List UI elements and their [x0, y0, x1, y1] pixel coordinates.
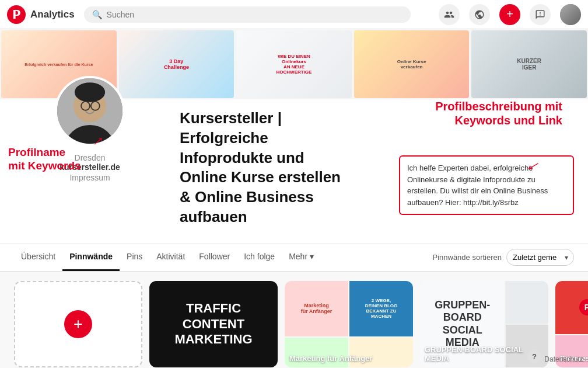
profile-center: Kursersteller | Erfolgreiche Infoprodukt… — [166, 99, 399, 244]
tab-follower[interactable]: Follower — [192, 244, 237, 271]
avatar[interactable] — [560, 4, 581, 25]
messages-icon-btn[interactable] — [530, 4, 551, 25]
search-icon: 🔍 — [92, 10, 102, 19]
profilname-label: Profilnamemit Keywords — [8, 146, 81, 173]
board-marketing-cell-2: 2 WEGE,DEINEN BLOGBEKANNT ZUMACHEN — [349, 281, 413, 336]
board-marketing-name: Marketing für Anfänger — [289, 354, 373, 363]
people-icon-btn[interactable] — [439, 4, 460, 25]
profile-left: Profilnamemit Keywords → — [14, 99, 166, 244]
tabs-bar: Übersicht Pinnwände Pins Aktivität Follo… — [0, 244, 588, 272]
cover-pin-3-text: WIE DU EINENOnlinekursAN NEUEHOCHWERTIGE — [236, 30, 352, 98]
search-bar[interactable]: 🔍 — [84, 6, 411, 23]
cover-pin-5: KURZERIGER — [471, 30, 587, 98]
board-marketing-cell-3 — [285, 338, 348, 367]
board-traffic-text: TRAFFICCONTENTMARKETING — [149, 281, 278, 367]
nav-icons: + — [439, 4, 581, 25]
tab-ubersicht[interactable]: Übersicht — [14, 244, 62, 271]
globe-icon-btn[interactable] — [469, 4, 490, 25]
navbar: 𝗣 Analytics 🔍 + — [0, 0, 588, 29]
profil-beschreibung-label: Profilbeschreibung mitKeywords und Link — [435, 99, 562, 127]
search-input[interactable] — [107, 10, 402, 19]
profile-right: Profilbeschreibung mitKeywords und Link … — [399, 99, 574, 244]
pinterest-logo[interactable]: 𝗣 — [7, 5, 26, 24]
profile-section: Profilnamemit Keywords → — [0, 99, 588, 244]
board-pinterest[interactable]: P Anleitung für Newbies Pinterest mit Ke… — [555, 281, 588, 367]
profile-name: Kursersteller | Erfolgreiche Infoprodukt… — [180, 109, 343, 227]
cover-pin-4: Online Kurseverkaufen — [354, 30, 470, 98]
tab-ich-folge[interactable]: Ich folge — [237, 244, 282, 271]
board-marketing-cell-1: Marketingfür Anfänger — [285, 281, 348, 336]
pinterest-icon-cell: P — [579, 299, 589, 315]
board-marketing[interactable]: Marketingfür Anfänger 2 WEGE,DEINEN BLOG… — [285, 281, 413, 367]
tabs-sort: Pinnwände sortieren Zuletzt geme A–Z — [432, 249, 574, 266]
sort-dropdown-wrap: Zuletzt geme A–Z — [506, 249, 574, 266]
tab-pins[interactable]: Pins — [120, 244, 149, 271]
profile-bio-box: Ich helfe Experten dabei, erfolgreiche O… — [399, 155, 574, 215]
cover-pin-2-text: 3 DayChallenge — [119, 30, 235, 98]
board-traffic-content[interactable]: TRAFFICCONTENTMARKETING — [149, 281, 278, 367]
cover-pin-5-text: KURZERIGER — [471, 30, 587, 98]
boards-area: + TRAFFICCONTENTMARKETING Marketingfür A… — [0, 272, 588, 368]
cover-pin-2: 3 DayChallenge — [119, 30, 235, 98]
tab-pinnwande[interactable]: Pinnwände — [62, 244, 120, 271]
board-pinterest-cell-1: P — [555, 281, 588, 334]
datenschutz-link[interactable]: Datenschutz — [544, 355, 583, 363]
analytics-label: Analytics — [30, 9, 75, 20]
svg-point-3 — [75, 82, 105, 102]
board-add[interactable]: + — [14, 281, 142, 367]
cover-pin-3: WIE DU EINENOnlinekursAN NEUEHOCHWERTIGE — [236, 30, 352, 98]
board-gruppen-side-1 — [506, 281, 548, 324]
sort-label: Pinnwände sortieren — [432, 253, 502, 262]
tab-aktivitat[interactable]: Aktivität — [149, 244, 192, 271]
help-icon[interactable]: ? — [527, 349, 541, 363]
board-gruppen-text: GRUPPEN-BOARDSOCIALMEDIA — [435, 299, 490, 349]
board-marketing-cell-4 — [349, 338, 413, 367]
add-board-btn[interactable]: + — [64, 310, 92, 338]
add-button[interactable]: + — [499, 4, 520, 25]
profile-impressum[interactable]: Impressum — [69, 173, 110, 182]
tab-mehr[interactable]: Mehr ▾ — [282, 244, 321, 271]
cover-pin-4-text: Online Kurseverkaufen — [354, 30, 470, 98]
sort-select[interactable]: Zuletzt geme A–Z — [506, 249, 574, 266]
